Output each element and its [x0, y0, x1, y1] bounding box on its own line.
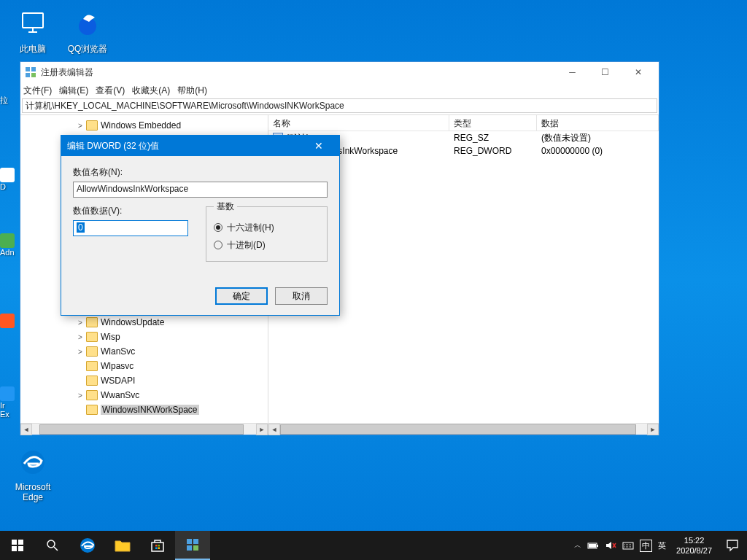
scroll-left-icon[interactable]: ◄: [268, 424, 280, 435]
cell-type: REG_SZ: [449, 133, 537, 143]
expand-icon[interactable]: >: [76, 332, 85, 341]
scroll-right-icon[interactable]: ►: [647, 424, 659, 435]
search-button[interactable]: [35, 531, 70, 560]
start-button[interactable]: [0, 531, 35, 560]
list-hscroll[interactable]: ◄ ►: [268, 423, 659, 435]
expand-icon[interactable]: >: [76, 318, 85, 327]
taskbar-explorer[interactable]: [105, 531, 140, 560]
search-icon: [46, 539, 59, 552]
svg-rect-9: [12, 540, 17, 545]
folder-icon: [86, 346, 98, 357]
svg-rect-16: [152, 542, 163, 551]
action-center-button[interactable]: [718, 531, 747, 560]
radio-dec[interactable]: 十进制(D): [214, 236, 320, 254]
value-name-input[interactable]: AllowWindowsInkWorkspace: [73, 182, 328, 198]
maximize-button[interactable]: ☐: [589, 62, 622, 82]
battery-icon[interactable]: [587, 540, 599, 551]
taskbar-store[interactable]: [140, 531, 175, 560]
folder-icon: [86, 376, 98, 386]
radio-hex[interactable]: 十六进制(H): [214, 219, 320, 236]
ok-button[interactable]: 确定: [215, 287, 268, 305]
taskbar-regedit[interactable]: [175, 531, 210, 560]
svg-rect-19: [155, 548, 158, 550]
value-name-label: 数值名称(N):: [73, 166, 328, 179]
col-data[interactable]: 数据: [537, 115, 659, 131]
window-title: 注册表编辑器: [41, 66, 93, 79]
desktop-icon-qq-browser[interactable]: QQ浏览器: [62, 9, 113, 55]
menu-edit[interactable]: 编辑(E): [59, 85, 88, 97]
tree-item[interactable]: WindowsINKWorkSpace: [20, 402, 268, 417]
folder-icon: [86, 120, 98, 131]
expand-icon[interactable]: [76, 376, 85, 385]
tray-expand-icon[interactable]: ︿: [574, 540, 581, 551]
svg-rect-24: [193, 545, 198, 551]
desktop-icon-edge[interactable]: Microsoft Edge: [7, 448, 58, 502]
tree-item[interactable]: >Windows Embedded: [20, 118, 268, 133]
expand-icon[interactable]: >: [76, 347, 85, 356]
dialog-close-button[interactable]: ✕: [304, 136, 333, 156]
address-bar[interactable]: 计算机\HKEY_LOCAL_MACHINE\SOFTWARE\Microsof…: [22, 98, 657, 113]
partial-icon: [0, 314, 20, 328]
col-type[interactable]: 类型: [449, 115, 537, 131]
tree-item[interactable]: Wlpasvc: [20, 359, 268, 373]
expand-icon[interactable]: [76, 362, 85, 370]
svg-rect-7: [26, 73, 30, 77]
desktop-icon-this-pc[interactable]: 此电脑: [7, 9, 58, 55]
windows-icon: [12, 540, 23, 551]
folder-icon: [86, 390, 98, 400]
folder-icon: [86, 361, 98, 371]
volume-muted-icon[interactable]: [605, 540, 616, 551]
tree-item[interactable]: >WindowsUpdate: [20, 315, 268, 330]
cancel-button[interactable]: 取消: [275, 287, 328, 305]
cell-data: (数值未设置): [537, 132, 659, 144]
tree-item[interactable]: >Wisp: [20, 330, 268, 344]
menu-favorites[interactable]: 收藏夹(A): [132, 85, 170, 97]
regedit-icon: [186, 538, 199, 551]
tree-hscroll[interactable]: ◄ ►: [20, 423, 268, 435]
minimize-button[interactable]: ─: [556, 62, 589, 82]
tree-item[interactable]: >WwanSvc: [20, 388, 268, 402]
expand-icon[interactable]: >: [76, 121, 85, 130]
menu-help[interactable]: 帮助(H): [177, 85, 207, 97]
svg-rect-18: [158, 545, 160, 547]
desktop-icon-label: Microsoft Edge: [7, 482, 58, 502]
value-data-input[interactable]: 0: [73, 220, 188, 236]
clock[interactable]: 15:22 2020/8/27: [670, 535, 718, 556]
folder-icon: [115, 539, 131, 552]
tree-item[interactable]: WSDAPI: [20, 373, 268, 388]
menubar: 文件(F) 编辑(E) 查看(V) 收藏夹(A) 帮助(H): [20, 82, 659, 98]
svg-rect-17: [155, 545, 158, 547]
tree-label: WindowsUpdate: [101, 317, 164, 327]
cell-type: REG_DWORD: [449, 146, 537, 156]
close-button[interactable]: ✕: [622, 62, 654, 82]
expand-icon[interactable]: >: [76, 391, 85, 400]
svg-point-13: [47, 540, 55, 548]
col-name[interactable]: 名称: [268, 115, 449, 131]
tree-label: WwanSvc: [101, 390, 139, 400]
dialog-titlebar[interactable]: 编辑 DWORD (32 位)值 ✕: [61, 136, 339, 156]
tree-label: Windows Embedded: [101, 120, 181, 131]
menu-view[interactable]: 查看(V): [96, 85, 125, 97]
radio-icon: [214, 223, 222, 232]
taskbar-edge[interactable]: [70, 531, 105, 560]
cell-data: 0x00000000 (0): [537, 146, 659, 156]
svg-rect-27: [589, 544, 596, 548]
titlebar[interactable]: 注册表编辑器 ─ ☐ ✕: [20, 62, 659, 82]
ime-indicator2[interactable]: 英: [658, 540, 666, 551]
keyboard-icon[interactable]: [622, 540, 634, 551]
dialog-title: 编辑 DWORD (32 位)值: [67, 140, 159, 152]
expand-icon[interactable]: [76, 405, 85, 414]
folder-icon: [86, 317, 98, 327]
scroll-left-icon[interactable]: ◄: [20, 424, 32, 435]
scroll-right-icon[interactable]: ►: [256, 424, 268, 435]
menu-file[interactable]: 文件(F): [23, 85, 52, 97]
edge-icon: [79, 537, 96, 554]
system-tray: ︿ 中 英: [570, 540, 670, 552]
ime-indicator[interactable]: 中: [640, 540, 652, 552]
edge-icon: [18, 448, 47, 477]
value-data-label: 数值数据(V):: [73, 205, 188, 217]
svg-rect-30: [623, 542, 633, 549]
partial-icon: 拉: [0, 95, 20, 106]
svg-rect-22: [193, 539, 198, 544]
tree-item[interactable]: >WlanSvc: [20, 344, 268, 359]
